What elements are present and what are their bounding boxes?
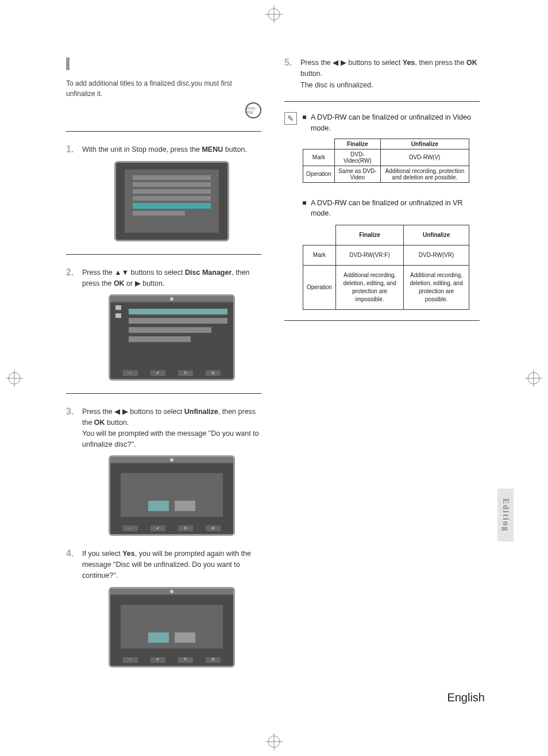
sel-label: Unfinalize <box>184 408 218 416</box>
td-mark: Mark <box>303 245 336 266</box>
text: button. <box>223 145 247 153</box>
menu-selected-item <box>133 203 211 209</box>
divider <box>284 320 480 321</box>
intro-text: To add additional titles to a finalized … <box>66 78 261 99</box>
result-text: The disc is unfinalized. <box>300 81 373 89</box>
step-number: 1. <box>66 144 76 241</box>
td: Additional recording, deletion, editing,… <box>335 266 403 310</box>
step-body: If you select Yes, you will be prompted … <box>82 548 261 667</box>
td-operation: Operation <box>303 166 335 182</box>
text: buttons to select <box>128 408 184 416</box>
step-number: 2. <box>66 267 76 381</box>
right-column: 5. Press the ◀ ▶ buttons to select Yes, … <box>284 57 480 667</box>
step-body: Press the ▲▼ buttons to select Disc Mana… <box>82 267 261 381</box>
heading-accent <box>66 57 70 70</box>
step-number: 5. <box>284 57 295 91</box>
step-body: Press the ◀ ▶ buttons to select Unfinali… <box>82 406 261 536</box>
note-block: ✎ A DVD-RW can be finalized or unfinaliz… <box>284 112 480 134</box>
screenshot-unfinalize-prompt: ↔ ✔ ↻ ⊖ <box>109 455 235 536</box>
updown-arrow-icon: ▲▼ <box>114 268 129 277</box>
yes-label: Yes <box>403 59 415 67</box>
yes-label: Yes <box>122 550 135 558</box>
td: Additional recording, protection and del… <box>380 166 469 182</box>
chapter-tab: Editing <box>497 489 514 542</box>
divider <box>66 393 261 394</box>
text: button. <box>300 70 322 78</box>
screenshot-disc-manager: ↔ ✔ ↻ ⊖ <box>109 294 235 381</box>
note-content: A DVD-RW can be finalized or unfinalized… <box>303 112 480 134</box>
dialog-yes-button <box>148 632 169 643</box>
screen-footer-icons: ↔ ✔ ↻ ⊖ <box>110 370 233 377</box>
text: If you select <box>82 550 122 558</box>
footer-icon: ↻ <box>178 525 193 531</box>
step-body: With the unit in Stop mode, press the ME… <box>82 144 261 241</box>
ok-label: OK <box>114 279 125 287</box>
video-mode-table: Finalize Unfinalize Mark DVD-Video(RW) D… <box>303 139 469 183</box>
screenshot-menu <box>114 161 229 241</box>
td: DVD-Video(RW) <box>334 149 380 166</box>
dialog-no-button <box>175 501 195 511</box>
screenshot-confirm-prompt: ↔ ✔ ↻ ⊖ <box>109 587 235 667</box>
step-4: 4. If you select Yes, you will be prompt… <box>66 548 261 667</box>
td-operation: Operation <box>303 266 336 310</box>
dvd-rw-icon: DVD-RW <box>245 102 261 118</box>
footer-icon: ✔ <box>150 370 165 376</box>
text: buttons to select <box>346 59 403 67</box>
footer-icon: ↔ <box>123 525 138 531</box>
td: DVD-RW(VR) <box>404 245 469 266</box>
dialog-no-button <box>175 632 195 643</box>
td: DVD-RW(V) <box>380 149 469 166</box>
menu-button-label: MENU <box>202 145 223 153</box>
leftright-arrow-icon: ◀ ▶ <box>114 408 128 416</box>
text: Press the <box>300 59 333 67</box>
th-unfinalize: Unfinalize <box>404 225 469 245</box>
divider <box>66 254 261 255</box>
th-unfinalize: Unfinalize <box>380 139 469 149</box>
ok-label: OK <box>94 419 105 427</box>
step-5: 5. Press the ◀ ▶ buttons to select Yes, … <box>284 57 480 91</box>
text: button. <box>105 419 129 427</box>
footer-icon: ✔ <box>150 657 165 663</box>
text: buttons to select <box>129 268 185 277</box>
section-heading <box>66 57 261 70</box>
chapter-tab-label: Editing <box>501 498 510 532</box>
divider <box>66 131 261 132</box>
text: Press the <box>82 268 114 277</box>
footer-icon: ↻ <box>178 370 193 376</box>
note-content: A DVD-RW can be finalized or unfinalized… <box>303 198 480 220</box>
page-footer: English <box>447 691 485 704</box>
step-1: 1. With the unit in Stop mode, press the… <box>66 144 261 241</box>
footer-icon: ⊖ <box>206 657 221 663</box>
text: , then press the <box>415 59 466 67</box>
text: or <box>125 279 135 287</box>
note-icon: ✎ <box>284 112 297 125</box>
text: Press the <box>82 408 114 416</box>
footer-icon: ↔ <box>123 370 138 376</box>
footer-icon: ⊖ <box>206 370 221 376</box>
footer-icon: ↔ <box>123 657 138 663</box>
vr-mode-table: Finalize Unfinalize Mark DVD-RW(VR:F) DV… <box>303 225 469 310</box>
step-body: Press the ◀ ▶ buttons to select Yes, the… <box>300 57 480 91</box>
sel-label: Disc Manager <box>185 268 231 277</box>
divider <box>284 101 480 102</box>
step-number: 4. <box>66 548 76 667</box>
text: button. <box>141 279 165 287</box>
td-mark: Mark <box>303 149 335 166</box>
cropmark-left <box>6 370 23 387</box>
right-arrow-icon: ▶ <box>135 279 141 287</box>
step-number: 3. <box>66 406 76 536</box>
leftright-arrow-icon: ◀ ▶ <box>333 59 346 67</box>
th-finalize: Finalize <box>335 225 403 245</box>
dialog-yes-button <box>148 501 169 511</box>
language-label: English <box>447 691 485 704</box>
bullet-icon <box>303 201 306 205</box>
footer-icon: ⊖ <box>206 525 221 531</box>
footer-icon: ↻ <box>178 657 193 663</box>
bullet-icon <box>303 116 306 119</box>
ok-label: OK <box>466 59 477 67</box>
note-text: A DVD-RW can be finalized or unfinalized… <box>311 112 480 134</box>
note-block-2: A DVD-RW can be finalized or unfinalized… <box>284 198 480 220</box>
cropmark-right <box>525 370 542 387</box>
left-column: To add additional titles to a finalized … <box>66 57 261 667</box>
cropmark-bottom <box>265 733 283 750</box>
